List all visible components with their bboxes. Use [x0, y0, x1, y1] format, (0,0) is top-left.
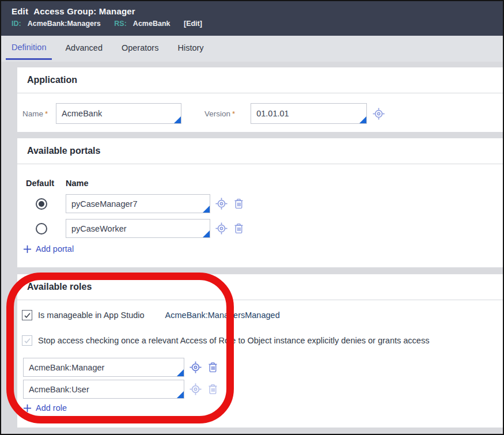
preview-target-icon[interactable] — [188, 383, 202, 396]
portals-section: Available portals Default Name — [17, 138, 503, 267]
tab-history[interactable]: History — [172, 36, 209, 60]
role-row — [23, 358, 219, 377]
checkmark-icon — [24, 337, 31, 345]
roles-section-title: Available roles — [17, 274, 503, 300]
radio-dot — [39, 201, 44, 207]
role-row — [23, 380, 219, 399]
manageable-label: Is manageable in App Studio — [38, 311, 145, 320]
application-name-input[interactable] — [56, 103, 181, 124]
role-name-input[interactable] — [23, 358, 184, 377]
column-header-default: Default — [26, 179, 54, 188]
tab-operators[interactable]: Operators — [116, 36, 164, 60]
version-label: Version — [204, 109, 230, 118]
page-title-text: Access Group: Manager — [33, 6, 135, 16]
stop-access-checkbox-disabled — [22, 335, 32, 346]
default-portal-radio-unselected[interactable] — [36, 223, 47, 234]
version-required-marker: * — [232, 109, 235, 118]
rule-meta: ID: AcmeBank:Managers RS: AcmeBank [Edit… — [12, 20, 503, 28]
stop-access-row: Stop access checking once a relevant Acc… — [22, 335, 429, 346]
portal-row — [17, 219, 245, 238]
portal-name-input-wrap — [66, 194, 210, 213]
stop-access-label: Stop access checking once a relevant Acc… — [38, 336, 429, 345]
rs-label: RS: — [114, 20, 127, 28]
page-title-prefix: Edit — [12, 6, 28, 16]
managed-group-value: AcmeBank:ManagersManaged — [165, 311, 280, 320]
tab-definition[interactable]: Definition — [6, 36, 52, 60]
preview-target-icon[interactable] — [214, 222, 228, 236]
column-header-name: Name — [66, 179, 89, 188]
portal-name-input[interactable] — [66, 219, 210, 238]
preview-target-icon[interactable] — [188, 361, 202, 375]
rs-value: AcmeBank — [133, 20, 170, 28]
roles-section: Available roles Is manageable in App Stu… — [17, 274, 503, 428]
manageable-row: Is manageable in App Studio AcmeBank:Man… — [22, 310, 280, 320]
app-window: EditAccess Group: Manager ID: AcmeBank:M… — [0, 0, 504, 435]
preview-target-icon[interactable] — [214, 197, 228, 211]
delete-trash-icon[interactable] — [232, 222, 245, 236]
delete-trash-icon[interactable] — [206, 383, 219, 396]
id-label: ID: — [12, 20, 21, 28]
portals-section-title: Available portals — [17, 138, 503, 164]
plus-icon — [23, 404, 32, 413]
add-role-button[interactable]: Add role — [23, 403, 67, 413]
role-name-input-wrap — [23, 380, 184, 399]
delete-trash-icon[interactable] — [206, 361, 219, 375]
role-name-input-wrap — [23, 358, 184, 377]
portal-name-input[interactable] — [66, 194, 210, 213]
checkmark-icon — [24, 312, 31, 319]
role-name-input[interactable] — [23, 380, 184, 399]
application-form-row: Name * Version * — [22, 103, 385, 124]
tab-bar: Definition Advanced Operators History — [1, 36, 503, 62]
tab-advanced[interactable]: Advanced — [59, 36, 108, 60]
application-section-title: Application — [17, 67, 503, 93]
preview-target-icon[interactable] — [372, 107, 385, 120]
application-version-input-wrap — [251, 103, 367, 124]
ruleset-edit-link[interactable]: [Edit] — [184, 20, 202, 28]
id-value: AcmeBank:Managers — [28, 20, 101, 28]
add-portal-button[interactable]: Add portal — [23, 244, 74, 254]
page-title: EditAccess Group: Manager — [12, 6, 503, 16]
name-label: Name — [22, 109, 43, 118]
rule-header: EditAccess Group: Manager ID: AcmeBank:M… — [1, 1, 503, 36]
application-section: Application Name * Version * — [17, 67, 503, 132]
default-portal-radio-selected[interactable] — [36, 198, 47, 210]
add-role-label: Add role — [36, 403, 67, 413]
portal-name-input-wrap — [66, 219, 210, 238]
name-required-marker: * — [45, 109, 48, 118]
manageable-checkbox[interactable] — [22, 310, 32, 320]
add-portal-label: Add portal — [36, 244, 74, 254]
application-name-input-wrap — [56, 103, 181, 124]
delete-trash-icon[interactable] — [232, 197, 245, 211]
portal-row — [17, 194, 245, 213]
application-version-input[interactable] — [251, 103, 367, 124]
plus-icon — [23, 245, 32, 254]
